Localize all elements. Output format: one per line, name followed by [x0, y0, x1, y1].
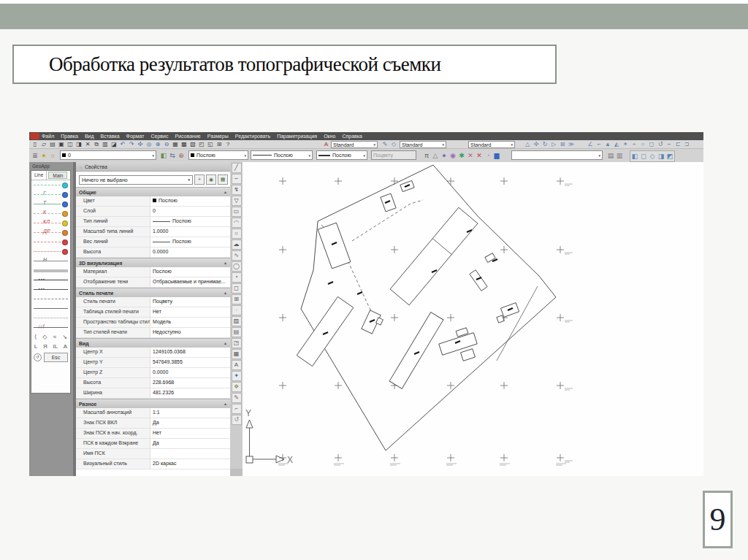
geoapp-symbol-icon[interactable]: ≈	[53, 334, 56, 340]
collapse-icon[interactable]: ▲	[224, 402, 227, 406]
property-value[interactable]: 0.0000	[150, 368, 230, 377]
toggle-pickadd-button[interactable]: +	[194, 174, 205, 185]
scale-icon[interactable]: ▷	[549, 141, 558, 148]
layer-freeze-icon[interactable]: ☼	[48, 150, 57, 161]
property-value[interactable]: 1:1	[150, 408, 230, 418]
menu-item[interactable]: Параметризация	[277, 132, 317, 140]
layer-on-icon[interactable]: ●	[39, 150, 48, 161]
esc-button[interactable]: Esc	[44, 353, 68, 362]
paste-icon[interactable]: ▥	[101, 141, 110, 148]
pan-icon[interactable]: ✣	[136, 141, 145, 148]
drawing-canvas[interactable]: XY	[243, 162, 703, 476]
draw-polyline-icon[interactable]: ↯	[232, 185, 242, 195]
break-icon[interactable]: ◻	[647, 141, 656, 148]
geoapp-linestyle-item[interactable]: Г	[31, 190, 70, 199]
draw-revcloud-icon[interactable]: ☁	[232, 239, 242, 250]
lineweight-dropdown[interactable]: Послою ▾	[316, 150, 367, 160]
draw-construction-line-icon[interactable]: ╌	[232, 174, 242, 184]
rotate-icon[interactable]: ↻	[541, 141, 549, 148]
insert-block-icon[interactable]: ◻	[232, 283, 242, 294]
mleader-style-icon[interactable]: ◉	[449, 150, 457, 161]
zoom-previous-icon[interactable]: ⊖	[162, 141, 171, 148]
property-value[interactable]: Послою	[150, 196, 230, 206]
geoapp-linestyle-item[interactable]	[31, 294, 70, 304]
save-icon[interactable]: ▤	[48, 141, 57, 148]
selection-dropdown[interactable]: Ничего не выбрано ▾	[79, 175, 193, 185]
text-style-icon[interactable]: A	[322, 141, 330, 148]
color-dropdown[interactable]: Послою ▾	[188, 150, 248, 160]
open-icon[interactable]: ▱	[39, 141, 48, 148]
property-value[interactable]: 481.2326	[150, 388, 230, 398]
materials-icon[interactable]: ✎	[232, 393, 242, 403]
menu-item[interactable]: Редактировать	[235, 132, 270, 140]
redo-icon[interactable]: ↷	[127, 141, 136, 148]
geoapp-symbol-icon[interactable]: A	[64, 343, 67, 350]
geoapp-symbol-icon[interactable]: ◇	[42, 334, 47, 340]
geoapp-linestyle-item[interactable]	[31, 247, 70, 256]
copy-icon[interactable]: ⧉	[92, 141, 101, 148]
help-icon[interactable]: ?	[224, 141, 232, 148]
text-style-mgr-icon[interactable]: π	[422, 150, 431, 161]
tool-palettes-icon[interactable]: ▧	[188, 141, 197, 148]
quickcalc-icon[interactable]: ⊞	[215, 141, 224, 148]
geoapp-linestyle-item[interactable]	[31, 266, 70, 275]
new-icon[interactable]: ▯	[31, 141, 39, 148]
property-value[interactable]: Нет	[150, 307, 230, 317]
property-value[interactable]: 0.0000	[150, 248, 230, 257]
viewport-icon[interactable]: ◧	[630, 151, 639, 161]
ucs-icon-btn[interactable]: ⌐	[232, 404, 242, 414]
cloud-icon[interactable]: ◔	[484, 150, 492, 161]
cut-icon[interactable]: ✕	[83, 141, 92, 148]
properties-icon[interactable]: ▦	[171, 141, 180, 148]
geoapp-symbol-icon[interactable]: L	[34, 343, 37, 350]
block-edit-icon[interactable]: ✕	[475, 150, 484, 161]
reference-icon[interactable]: ▆	[492, 150, 501, 161]
property-value[interactable]: Да	[150, 418, 230, 428]
menu-item[interactable]: Сервис	[150, 132, 168, 140]
extend-icon[interactable]: ○	[638, 141, 647, 148]
property-value[interactable]: Послою	[150, 217, 230, 226]
quick-select-button[interactable]: ▦	[218, 174, 228, 185]
table-style-icon[interactable]: ●	[440, 150, 449, 161]
xref-icon[interactable]: ✕	[466, 150, 475, 161]
menu-item[interactable]: Рисование	[175, 132, 200, 140]
sheet-set-icon[interactable]: ◰	[197, 141, 206, 148]
undo-icon[interactable]: ↶	[118, 141, 127, 148]
collapse-icon[interactable]: ▲	[224, 341, 227, 345]
geoapp-tab-main[interactable]: Main	[48, 172, 67, 179]
table-style-icon[interactable]: ◇	[389, 141, 398, 148]
menu-item[interactable]: Справка	[342, 132, 362, 140]
select-objects-button[interactable]: ◉	[206, 174, 216, 185]
array-icon[interactable]: ⊞	[558, 141, 567, 148]
collapse-icon[interactable]: ▲	[224, 291, 227, 295]
property-value[interactable]: Модель	[150, 318, 230, 327]
property-value[interactable]: 0	[150, 207, 230, 216]
lengthen-icon[interactable]: ⊐	[682, 141, 691, 148]
collapse-icon[interactable]: ▲	[224, 261, 227, 265]
workspace-icon[interactable]: △	[523, 141, 532, 148]
geoapp-linestyle-item[interactable]: ▪ ▪ ▪	[31, 275, 70, 285]
markup-icon[interactable]: ◱	[206, 141, 215, 148]
property-value[interactable]	[150, 449, 230, 459]
geoapp-linestyle-item[interactable]: ▪ ▪ ▪	[31, 285, 70, 294]
menu-item[interactable]: Окно	[324, 132, 335, 140]
erase-icon[interactable]: ∠	[586, 141, 595, 148]
dim-style-mgr-icon[interactable]: △	[431, 150, 440, 161]
stretch-icon[interactable]: ⊏	[673, 141, 682, 148]
plot-icon[interactable]: ▣	[57, 141, 66, 148]
layer-states-icon[interactable]: ⊕	[177, 150, 186, 161]
plot-preview-icon[interactable]: ◫	[66, 141, 75, 148]
geoapp-linestyle-item[interactable]: Т	[31, 199, 70, 209]
layer-dropdown[interactable]: 0 ▾	[60, 150, 156, 160]
zoom-realtime-icon[interactable]: ◎	[145, 141, 153, 148]
geoapp-linestyle-item[interactable]	[31, 313, 70, 323]
menu-item[interactable]: Правка	[61, 132, 78, 140]
app-logo-icon[interactable]	[30, 133, 39, 139]
linetype-dropdown[interactable]: Послою ▾	[251, 150, 313, 160]
geoapp-linestyle-item[interactable]	[31, 304, 70, 313]
geoapp-linestyle-item[interactable]: | | |!	[31, 323, 70, 332]
zoom-window-icon[interactable]: ⊕	[153, 141, 162, 148]
geoapp-linestyle-item[interactable]: Н	[31, 256, 70, 266]
property-value[interactable]: Да	[150, 439, 230, 448]
draw-ellipse-icon[interactable]: ◯	[232, 261, 242, 272]
